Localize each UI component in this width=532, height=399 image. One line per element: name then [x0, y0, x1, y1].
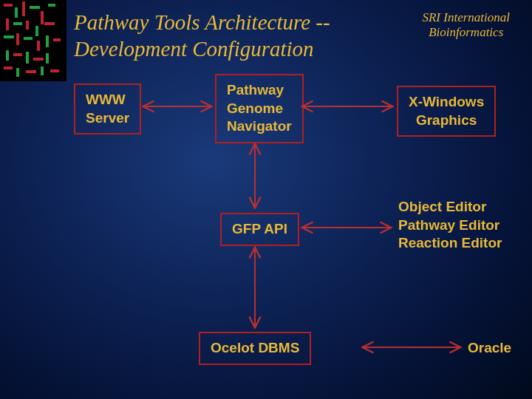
gfp-api-label: GFP API [232, 221, 287, 236]
title-line2: Development Configuration [74, 37, 314, 61]
www-server-line1: WWW [86, 92, 126, 107]
ocelot-label: Ocelot DBMS [211, 340, 299, 355]
xwindows-line1: X-Windows [409, 94, 484, 109]
box-ocelot-dbms: Ocelot DBMS [199, 332, 311, 365]
affiliation-line1: SRI International [422, 10, 510, 24]
box-editors: Object Editor Pathway Editor Reaction Ed… [398, 198, 502, 253]
title-line1: Pathway Tools Architecture -- [74, 10, 330, 34]
navigator-line1: Pathway [227, 82, 284, 98]
xwindows-line2: Graphics [416, 112, 477, 128]
box-www-server: WWW Server [74, 83, 141, 134]
box-x-windows-graphics: X-Windows Graphics [397, 86, 496, 137]
oracle-label: Oracle [468, 340, 511, 355]
slide-title: Pathway Tools Architecture -- Developmen… [74, 9, 330, 63]
box-oracle: Oracle [468, 339, 511, 358]
editors-line3: Reaction Editor [398, 235, 502, 250]
editors-line2: Pathway Editor [398, 217, 499, 233]
box-gfp-api: GFP API [220, 213, 299, 246]
navigator-line3: Navigator [227, 118, 292, 134]
navigator-line2: Genome [227, 100, 283, 116]
www-server-line2: Server [86, 110, 129, 126]
box-pathway-genome-navigator: Pathway Genome Navigator [215, 74, 304, 143]
affiliation-line2: Bioinformatics [429, 25, 503, 39]
affiliation: SRI International Bioinformatics [422, 10, 510, 39]
editors-line1: Object Editor [398, 199, 486, 214]
thumbnail-decoration [0, 0, 66, 81]
